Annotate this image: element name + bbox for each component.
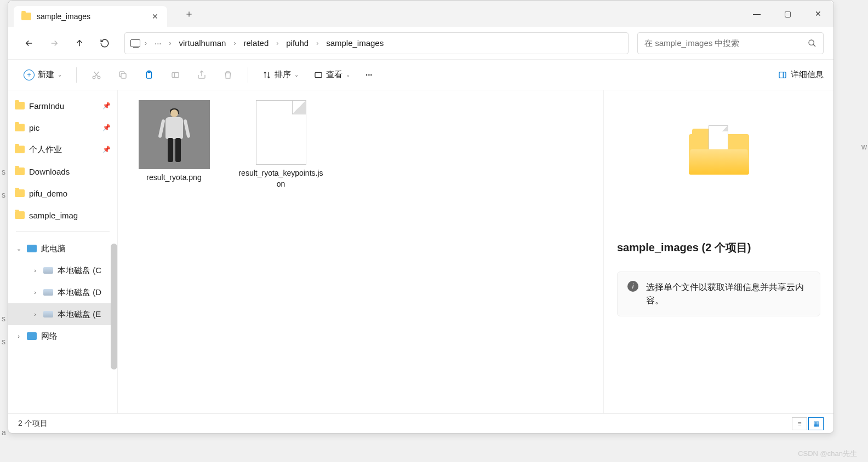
cut-button[interactable] <box>85 64 107 86</box>
up-button[interactable] <box>68 32 90 54</box>
document-icon <box>256 100 306 165</box>
svg-rect-6 <box>172 72 179 77</box>
bg-text: s <box>2 190 867 199</box>
chevron-down-icon: ⌄ <box>294 72 299 78</box>
share-button[interactable] <box>191 64 213 86</box>
forward-button[interactable] <box>43 32 65 54</box>
breadcrumb-ellipsis[interactable]: ··· <box>151 36 165 50</box>
sidebar-drive[interactable]: ›本地磁盘 (C <box>8 259 117 281</box>
more-icon: ··· <box>366 70 373 79</box>
search-input[interactable] <box>644 38 808 48</box>
search-icon <box>808 39 816 48</box>
address-bar[interactable]: › ··· › virtualhuman › related › pifuhd … <box>124 32 629 54</box>
navbar: › ··· › virtualhuman › related › pifuhd … <box>8 27 833 60</box>
new-button[interactable]: ＋ 新建 ⌄ <box>18 66 67 84</box>
details-label: 详细信息 <box>791 70 824 80</box>
search-box[interactable] <box>637 32 824 54</box>
svg-rect-7 <box>315 72 322 77</box>
minimize-button[interactable]: — <box>741 1 772 27</box>
pin-icon: 📌 <box>102 146 111 153</box>
sidebar-quick-item[interactable]: FarmIndu📌 <box>8 95 117 117</box>
chevron-right-icon: › <box>276 39 278 47</box>
sidebar: FarmIndu📌 pic📌 个人作业📌 Downloads pifu_demo… <box>8 90 118 413</box>
more-button[interactable]: ··· <box>360 67 378 83</box>
tab-current[interactable]: sample_images ✕ <box>14 6 167 27</box>
toolbar: ＋ 新建 ⌄ 排序 ⌄ 查看 ⌄ ··· 详细信息 <box>8 60 833 90</box>
tab-title: sample_images <box>37 12 152 21</box>
breadcrumb-segment[interactable]: sample_images <box>323 36 387 50</box>
details-hint: i 选择单个文件以获取详细信息并共享云内容。 <box>617 272 820 316</box>
sort-button[interactable]: 排序 ⌄ <box>257 66 304 83</box>
separator <box>248 67 248 83</box>
folder-icon <box>15 102 25 109</box>
breadcrumb-segment[interactable]: virtualhuman <box>176 36 230 50</box>
person-figure <box>163 107 185 162</box>
drive-icon <box>43 267 53 274</box>
bg-text: a <box>2 428 867 437</box>
image-thumbnail <box>139 100 210 169</box>
chevron-down-icon: ⌄ <box>346 72 350 78</box>
drive-icon <box>43 289 53 296</box>
new-tab-button[interactable]: ＋ <box>178 7 200 20</box>
chevron-right-icon[interactable]: › <box>31 289 39 296</box>
copy-button[interactable] <box>112 64 134 86</box>
titlebar: sample_images ✕ ＋ — ▢ ✕ <box>8 1 833 27</box>
chevron-right-icon: › <box>233 39 236 47</box>
hint-text: 选择单个文件以获取详细信息并共享云内容。 <box>646 281 810 307</box>
folder-icon <box>15 146 25 153</box>
scrollbar[interactable] <box>111 244 117 369</box>
close-button[interactable]: ✕ <box>803 1 833 27</box>
svg-rect-8 <box>779 72 786 78</box>
this-pc-icon <box>130 39 140 47</box>
body: FarmIndu📌 pic📌 个人作业📌 Downloads pifu_demo… <box>8 90 833 413</box>
sort-label: 排序 <box>275 70 291 80</box>
pin-icon: 📌 <box>102 102 111 109</box>
sidebar-quick-item[interactable]: pic📌 <box>8 117 117 138</box>
sidebar-drive[interactable]: ›本地磁盘 (D <box>8 281 117 303</box>
chevron-down-icon[interactable]: ⌄ <box>15 245 22 252</box>
view-button[interactable]: 查看 ⌄ <box>309 66 356 83</box>
details-pane: sample_images (2 个项目) i 选择单个文件以获取详细信息并共享… <box>603 90 833 413</box>
divider <box>16 232 110 232</box>
sidebar-quick-item[interactable]: 个人作业📌 <box>8 138 117 160</box>
separator <box>76 67 77 83</box>
window-controls: — ▢ ✕ <box>741 1 833 27</box>
new-label: 新建 <box>38 70 54 80</box>
folder-icon <box>15 211 25 219</box>
breadcrumb-segment[interactable]: related <box>240 36 272 50</box>
pin-icon: 📌 <box>102 124 111 131</box>
plus-circle-icon: ＋ <box>24 70 35 80</box>
maximize-button[interactable]: ▢ <box>772 1 803 27</box>
file-grid[interactable]: result_ryota.png result_ryota_keypoints.… <box>118 90 603 413</box>
folder-icon <box>15 124 25 131</box>
details-toggle[interactable]: 详细信息 <box>778 70 824 80</box>
bg-text: w <box>861 142 867 151</box>
bg-text: s <box>2 314 867 323</box>
breadcrumb-segment[interactable]: pifuhd <box>283 36 312 50</box>
back-button[interactable] <box>18 32 40 54</box>
paste-button[interactable] <box>138 64 160 86</box>
sidebar-quick-item[interactable]: sample_imag <box>8 204 117 226</box>
rename-button[interactable] <box>164 64 186 86</box>
watermark: CSDN @chan先生 <box>798 449 857 459</box>
svg-point-0 <box>809 40 814 45</box>
chevron-right-icon: › <box>145 39 147 47</box>
info-icon: i <box>627 281 638 292</box>
refresh-button[interactable] <box>94 32 116 54</box>
close-tab-icon[interactable]: ✕ <box>152 12 159 21</box>
file-explorer-window: sample_images ✕ ＋ — ▢ ✕ › ··· › virtualh… <box>8 0 834 434</box>
view-label: 查看 <box>326 70 342 80</box>
delete-button[interactable] <box>217 64 239 86</box>
bg-text: s <box>2 168 867 176</box>
bg-text: s <box>2 337 867 346</box>
svg-rect-3 <box>121 73 126 78</box>
chevron-down-icon: ⌄ <box>58 72 62 78</box>
chevron-right-icon[interactable]: › <box>31 267 39 274</box>
details-title: sample_images (2 个项目) <box>617 240 820 255</box>
chevron-right-icon: › <box>316 39 318 47</box>
item-count: 2 个项目 <box>18 419 48 429</box>
chevron-right-icon: › <box>169 39 172 47</box>
folder-icon <box>21 13 31 20</box>
monitor-icon <box>27 245 37 252</box>
sidebar-this-pc[interactable]: ⌄此电脑 <box>8 238 117 259</box>
